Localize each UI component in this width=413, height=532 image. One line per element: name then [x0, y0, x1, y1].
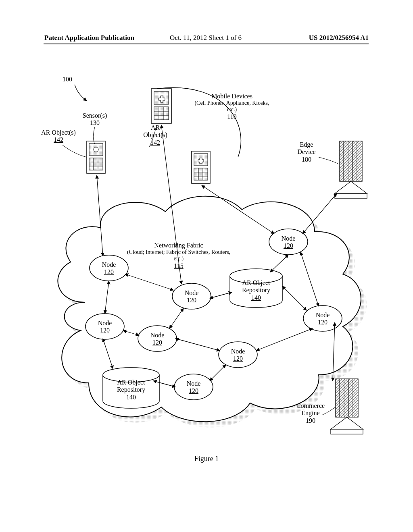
ar-object-left-label: AR Object(s) 142 [36, 129, 81, 144]
repo-label-right: AR Object Repository 140 [236, 279, 276, 301]
node-label-2: Node120 [98, 261, 119, 276]
svg-point-27 [94, 147, 98, 152]
repo-label-left: AR Object Repository 140 [111, 379, 151, 401]
figure-1-diagram: 100 Mobile Devices (Cell Phones, Applian… [32, 64, 379, 447]
system-ref: 100 [63, 76, 72, 83]
sensors-label: Sensor(s) 130 [77, 112, 113, 127]
header-middle: Oct. 11, 2012 Sheet 1 of 6 [161, 34, 250, 42]
svg-rect-52 [335, 193, 367, 198]
node-label-3: Node120 [181, 289, 202, 304]
node-label-8: Node120 [183, 380, 204, 395]
commerce-label: Commerce Engine 190 [290, 402, 331, 424]
svg-rect-42 [194, 168, 208, 180]
header-rule [44, 44, 369, 44]
svg-rect-47 [340, 141, 362, 181]
node-label-1: Node120 [278, 235, 299, 250]
header-right: US 2012/0256954 A1 [309, 34, 369, 42]
svg-rect-58 [331, 429, 363, 434]
fabric-label: Networking Fabric (Cloud; Internet; Fabr… [124, 242, 233, 270]
svg-line-62 [302, 193, 337, 234]
svg-rect-53 [336, 379, 358, 417]
header-left: Patent Application Publication [44, 34, 134, 42]
figure-caption: Figure 1 [0, 455, 413, 463]
node-label-7: Node120 [227, 348, 248, 363]
svg-rect-28 [89, 158, 103, 170]
svg-rect-35 [154, 107, 169, 120]
node-label-5: Node120 [147, 332, 168, 347]
ar-object-mid-label: AR Object(s) 142 [135, 124, 175, 146]
edge-device-label: Edge Device 180 [290, 141, 323, 163]
node-label-4: Node120 [94, 320, 115, 335]
mobile-devices-label: Mobile Devices (Cell Phones, Appliance, … [192, 93, 272, 121]
node-label-6: Node120 [312, 312, 333, 326]
